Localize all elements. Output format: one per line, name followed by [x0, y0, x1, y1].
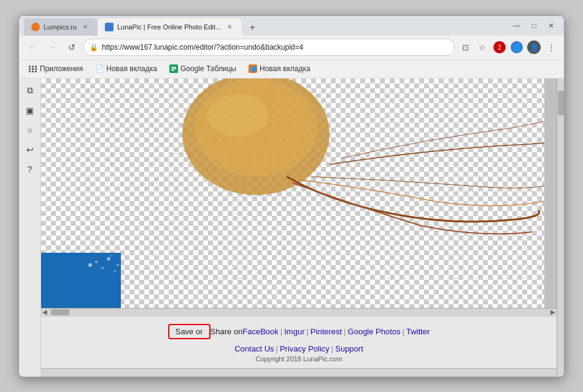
tab2-close[interactable]: ✕ — [225, 22, 234, 32]
new-tab-button[interactable]: + — [244, 20, 260, 36]
scroll-thumb-h[interactable] — [51, 309, 69, 315]
tab-lumpics[interactable]: Lumpics.ru ✕ — [24, 18, 98, 36]
svg-point-11 — [95, 261, 98, 263]
footer-pipe2: | — [331, 344, 333, 353]
bookmarks-bar: Приложения 📄 Новая вкладка Google Таблиц… — [19, 60, 564, 79]
new-tab-bookmark1[interactable]: 📄 Новая вкладка — [90, 63, 162, 74]
support-link[interactable]: Support — [335, 344, 363, 353]
scroll-right-arrow[interactable]: ▶ — [549, 309, 557, 315]
tab1-favicon — [31, 23, 40, 31]
help-tool[interactable]: ? — [21, 161, 39, 178]
new-tab-icon1: 📄 — [95, 64, 104, 73]
browser-horizontal-scrollbar[interactable] — [41, 368, 557, 377]
ext-btn1[interactable]: 2 — [492, 39, 508, 55]
footer-links: Contact Us | Privacy Policy | Support — [41, 342, 557, 355]
svg-point-15 — [111, 255, 112, 256]
share-on-label: Share on — [210, 327, 243, 336]
svg-point-10 — [88, 263, 92, 267]
svg-rect-2 — [171, 69, 176, 70]
reload-button[interactable]: ↺ — [63, 39, 80, 56]
ext-icon2: 🌐 — [511, 41, 523, 53]
google-sheets-icon — [169, 64, 178, 73]
new-tab-bookmark2[interactable]: 🔷 Новая вкладка — [244, 63, 315, 74]
footer-pipe1: | — [276, 344, 278, 353]
google-sheets-bookmark[interactable]: Google Таблицы — [164, 63, 241, 74]
undo-tool[interactable]: ↩ — [21, 141, 39, 158]
contact-us-link[interactable]: Contact Us — [234, 344, 274, 353]
svg-point-16 — [117, 264, 119, 266]
svg-rect-1 — [171, 67, 176, 68]
svg-point-13 — [107, 257, 110, 261]
new-tab-icon2: 🔷 — [249, 64, 257, 73]
facebook-link[interactable]: FaceBook — [242, 327, 279, 336]
ext-btn2[interactable]: 🌐 — [509, 39, 525, 55]
pipe4: | — [403, 327, 404, 336]
apps-shortcut[interactable]: Приложения — [24, 63, 88, 74]
svg-text:🔷: 🔷 — [250, 65, 257, 73]
back-button[interactable]: ← — [24, 39, 41, 56]
save-share-row: Save or Share on FaceBook | Imgur | Pint… — [41, 321, 557, 342]
jellyfish-image — [115, 79, 544, 256]
editor-area: ◀ ▶ — [41, 79, 557, 316]
google-sheets-label: Google Таблицы — [180, 64, 236, 73]
vertical-scrollbar[interactable] — [557, 79, 564, 377]
browser-window: Lumpics.ru ✕ LunaPic | Free Online Photo… — [18, 15, 565, 377]
user-profile[interactable]: 👤 — [526, 39, 542, 55]
bookmark-star[interactable]: ☆ — [474, 39, 490, 55]
tab1-title: Lumpics.ru — [44, 23, 77, 31]
menu-button[interactable]: ⋮ — [543, 39, 559, 55]
url-text: https://www167.lunapic.com/editor/?actio… — [102, 43, 448, 52]
save-button[interactable]: Save or — [168, 324, 210, 339]
close-button[interactable]: ✕ — [543, 20, 559, 32]
apps-grid-icon — [29, 64, 37, 73]
blue-paint-corner — [41, 253, 121, 308]
ext-icon1: 2 — [493, 41, 506, 53]
copyright: Copyright 2018 LunaPic.com — [41, 355, 557, 363]
google-photos-link[interactable]: Google Photos — [348, 327, 401, 336]
pinterest-link[interactable]: Pinterest — [311, 327, 342, 336]
lock-icon: 🔒 — [90, 44, 98, 52]
twitter-link[interactable]: Twitter — [406, 327, 430, 336]
tab2-title: LunaPic | Free Online Photo Edit... — [117, 23, 221, 31]
pipe2: | — [306, 327, 308, 336]
scroll-thumb-v[interactable] — [558, 91, 564, 115]
new-tab-label2: Новая вкладка — [260, 64, 311, 73]
minimize-button[interactable]: — — [509, 20, 525, 32]
canvas[interactable] — [41, 79, 544, 309]
horizontal-scrollbar[interactable]: ◀ ▶ — [41, 308, 557, 315]
tab-lunapic[interactable]: LunaPic | Free Online Photo Edit... ✕ — [98, 18, 242, 36]
main-content: ⧉ ▣ ○ ↩ ? — [19, 79, 564, 377]
bottom-bar: Save or Share on FaceBook | Imgur | Pint… — [41, 316, 557, 368]
scroll-left-arrow[interactable]: ◀ — [41, 309, 48, 315]
apps-label: Приложения — [40, 64, 83, 73]
pipe1: | — [280, 327, 282, 336]
window-controls: — □ ✕ — [509, 20, 559, 32]
svg-rect-3 — [171, 70, 174, 71]
url-bar[interactable]: 🔒 https://www167.lunapic.com/editor/?act… — [83, 39, 455, 56]
maximize-button[interactable]: □ — [526, 20, 542, 32]
tab1-close[interactable]: ✕ — [80, 22, 90, 32]
browser-actions: ⊡ ☆ 2 🌐 👤 ⋮ — [457, 39, 559, 55]
svg-rect-9 — [41, 253, 121, 308]
tab2-favicon — [105, 23, 114, 31]
cast-button[interactable]: ⊡ — [457, 39, 473, 55]
copy-tool[interactable]: ⧉ — [21, 82, 39, 99]
left-toolbar: ⧉ ▣ ○ ↩ ? — [19, 79, 41, 377]
pipe3: | — [344, 327, 346, 336]
user-avatar: 👤 — [527, 40, 541, 54]
imgur-link[interactable]: Imgur — [284, 327, 304, 336]
privacy-policy-link[interactable]: Privacy Policy — [280, 344, 330, 353]
svg-point-8 — [207, 94, 268, 137]
forward-button[interactable]: → — [44, 39, 61, 56]
crop-tool[interactable]: ▣ — [21, 102, 39, 119]
addressbar: ← → ↺ 🔒 https://www167.lunapic.com/edito… — [19, 36, 564, 60]
tabs-container: Lumpics.ru ✕ LunaPic | Free Online Photo… — [24, 16, 260, 36]
select-tool[interactable]: ○ — [21, 121, 39, 139]
svg-point-14 — [114, 270, 116, 272]
svg-point-12 — [101, 267, 104, 269]
titlebar: Lumpics.ru ✕ LunaPic | Free Online Photo… — [19, 16, 564, 36]
new-tab-label1: Новая вкладка — [106, 64, 157, 73]
